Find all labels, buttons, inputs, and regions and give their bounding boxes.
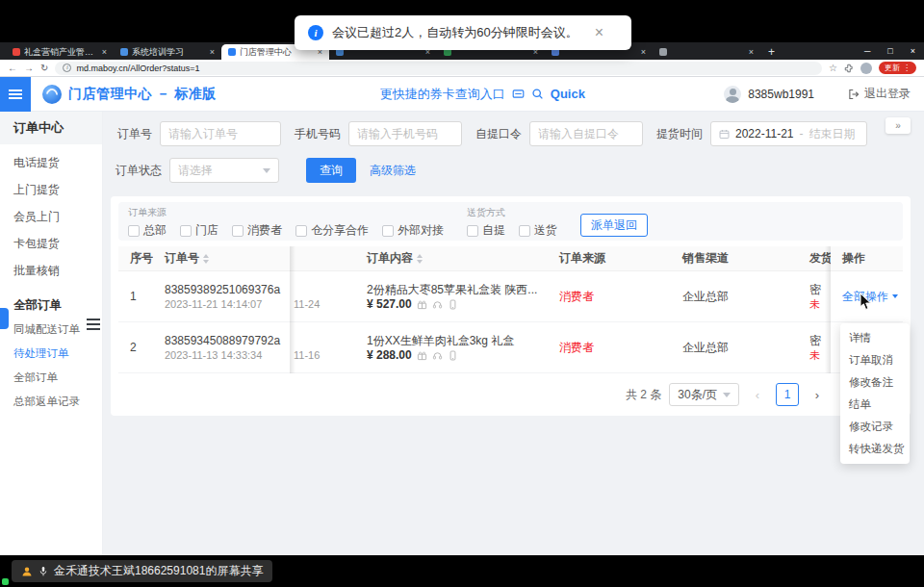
filter-row-1: 订单号 手机号码 自提口令 提货时间 2022-11-21 - 结束日期 bbox=[117, 121, 881, 146]
logout-button[interactable]: 退出登录 bbox=[848, 86, 911, 102]
next-page-button[interactable]: › bbox=[807, 384, 828, 405]
menu-button[interactable] bbox=[0, 77, 31, 112]
prev-page-button[interactable]: ‹ bbox=[747, 384, 768, 405]
quick-search-label[interactable]: Quick bbox=[551, 87, 585, 101]
browser-tab-1[interactable]: 礼盒营销产业管理中心 × bbox=[6, 44, 114, 60]
tab-close-icon[interactable]: × bbox=[749, 47, 754, 57]
pickup-code-input[interactable] bbox=[529, 121, 643, 146]
card-query-icon[interactable] bbox=[512, 88, 525, 100]
menu-item-edit-remark[interactable]: 修改备注 bbox=[840, 371, 910, 394]
sidebar-item-door-pickup[interactable]: 上门提货 bbox=[0, 176, 102, 203]
search-button[interactable]: 查询 bbox=[306, 158, 356, 183]
floating-handle[interactable] bbox=[0, 308, 9, 329]
pagination: 共 2 条 30条/页 ‹ 1 › bbox=[118, 381, 903, 408]
close-icon[interactable]: × bbox=[595, 24, 603, 41]
checkbox-icon bbox=[232, 225, 244, 237]
coupon-query-link[interactable]: 更快捷的券卡查询入口 bbox=[380, 86, 505, 103]
tab-close-icon[interactable]: × bbox=[210, 47, 215, 57]
order-status-select[interactable]: 请选择 bbox=[169, 158, 279, 183]
order-status-placeholder: 请选择 bbox=[178, 163, 213, 179]
update-button[interactable]: 更新 ⋮ bbox=[879, 62, 916, 74]
checkbox-self-pickup[interactable]: 自提 bbox=[467, 222, 505, 239]
bookmark-star-icon[interactable]: ☆ bbox=[829, 63, 837, 73]
sort-caret-up-icon bbox=[203, 254, 209, 258]
new-tab-button[interactable]: + bbox=[768, 44, 775, 60]
date-range-picker[interactable]: 2022-11-21 - 结束日期 bbox=[710, 121, 867, 146]
menu-item-cancel-order[interactable]: 订单取消 bbox=[840, 349, 910, 371]
checkbox-hq[interactable]: 总部 bbox=[128, 222, 167, 239]
sidebar-item-pending-orders[interactable]: 待处理订单 bbox=[0, 342, 102, 366]
sidebar-item-phone-pickup[interactable]: 电话提货 bbox=[0, 149, 102, 176]
order-time: 2023-11-21 14:14:07 bbox=[165, 297, 290, 312]
pickup-code-label: 自提口令 bbox=[475, 126, 522, 142]
browser-tab-7[interactable]: × bbox=[653, 44, 760, 60]
profile-avatar[interactable] bbox=[860, 63, 872, 74]
menu-item-details[interactable]: 详情 bbox=[840, 327, 910, 349]
browser-tab-2[interactable]: 系统培训学习 × bbox=[114, 44, 221, 60]
address-bar[interactable]: i md.maboy.cn/AllOrder?status=1 bbox=[55, 62, 822, 75]
checkbox-warehouse-share[interactable]: 仓分享合作 bbox=[295, 222, 369, 239]
order-no-input[interactable] bbox=[160, 121, 281, 146]
page-size-select[interactable]: 30条/页 bbox=[669, 383, 739, 406]
row-index: 2 bbox=[130, 340, 153, 355]
menu-item-edit-history[interactable]: 修改记录 bbox=[840, 416, 910, 438]
order-price: ¥ 527.00 bbox=[367, 297, 412, 312]
sidebar-item-all-orders[interactable]: 全部订单 bbox=[0, 366, 102, 390]
sidebar-item-hq-return-records[interactable]: 总部返单记录 bbox=[0, 390, 102, 414]
meeting-toast: i 会议已超过2人，自动转为60分钟限时会议。 × bbox=[295, 15, 631, 50]
advanced-filter-link[interactable]: 高级筛选 bbox=[370, 163, 416, 179]
search-icon[interactable] bbox=[531, 88, 544, 100]
total-count: 共 2 条 bbox=[626, 387, 661, 403]
ship-status-line2: 未 bbox=[809, 297, 831, 312]
order-no: 83859389251069376a bbox=[165, 282, 290, 297]
sort-icons[interactable] bbox=[417, 254, 423, 264]
chevron-down-icon bbox=[892, 294, 898, 298]
maximize-icon[interactable]: □ bbox=[879, 46, 901, 56]
info-icon: i bbox=[308, 25, 323, 40]
sort-icons[interactable] bbox=[203, 254, 209, 264]
page-1-button[interactable]: 1 bbox=[776, 383, 799, 406]
checkbox-label: 外部对接 bbox=[398, 222, 444, 239]
screen-share-pill: 金禾通技术王斌18662591081的屏幕共享 bbox=[12, 560, 272, 582]
col-channel: 销售渠道 bbox=[671, 250, 806, 267]
reload-icon[interactable]: ↻ bbox=[40, 64, 48, 73]
sales-channel: 企业总部 bbox=[682, 340, 806, 355]
site-info-icon[interactable]: i bbox=[63, 64, 71, 72]
checkbox-external[interactable]: 外部对接 bbox=[382, 222, 444, 239]
tab-close-icon[interactable]: × bbox=[641, 47, 646, 57]
sidebar-item-batch-verify[interactable]: 批量核销 bbox=[0, 257, 102, 284]
user-avatar-icon[interactable] bbox=[724, 86, 741, 103]
sort-caret-down-icon bbox=[417, 260, 423, 264]
user-area: 8385wb1991 退出登录 bbox=[724, 86, 924, 103]
table-row-2: 2 83859345088979792a 2023-11-13 14:33:34… bbox=[118, 322, 903, 373]
col-label: 订单号 bbox=[165, 250, 199, 267]
dispatch-return-button[interactable]: 派单退回 bbox=[580, 214, 648, 237]
phone-input[interactable] bbox=[348, 121, 462, 146]
checkbox-consumer[interactable]: 消费者 bbox=[232, 222, 282, 239]
tab-close-icon[interactable]: × bbox=[102, 47, 107, 57]
checkbox-delivery[interactable]: 送货 bbox=[519, 222, 557, 239]
collapse-chip[interactable]: » bbox=[886, 117, 911, 134]
screen-share-text: 金禾通技术王斌18662591081的屏幕共享 bbox=[54, 563, 263, 579]
menu-item-close-order[interactable]: 结单 bbox=[840, 394, 910, 416]
sales-channel: 企业总部 bbox=[682, 289, 806, 304]
sidebar-section-all-orders[interactable]: 全部订单 bbox=[0, 293, 102, 318]
menu-item-express-ship[interactable]: 转快递发货 bbox=[840, 438, 910, 460]
sidebar-item-card-pickup[interactable]: 卡包提货 bbox=[0, 230, 102, 257]
update-label: 更新 bbox=[885, 63, 900, 73]
all-actions-dropdown[interactable]: 全部操作 bbox=[842, 289, 903, 305]
minimize-icon[interactable]: ─ bbox=[856, 46, 879, 56]
username[interactable]: 8385wb1991 bbox=[748, 88, 814, 101]
forward-icon[interactable]: → bbox=[24, 64, 34, 73]
checkbox-icon bbox=[467, 225, 478, 237]
col-content[interactable]: 订单内容 bbox=[355, 250, 548, 267]
col-order-no[interactable]: 订单号 bbox=[153, 250, 290, 267]
close-icon[interactable]: × bbox=[902, 46, 924, 56]
extensions-icon[interactable] bbox=[844, 64, 854, 73]
checkbox-store[interactable]: 门店 bbox=[180, 222, 218, 239]
sidebar-item-member-door[interactable]: 会员上门 bbox=[0, 203, 102, 230]
checkbox-label: 门店 bbox=[195, 222, 218, 239]
floating-menu-icon[interactable] bbox=[87, 319, 100, 330]
ship-status-line1: 密 bbox=[809, 282, 831, 297]
back-icon[interactable]: ← bbox=[8, 64, 17, 73]
